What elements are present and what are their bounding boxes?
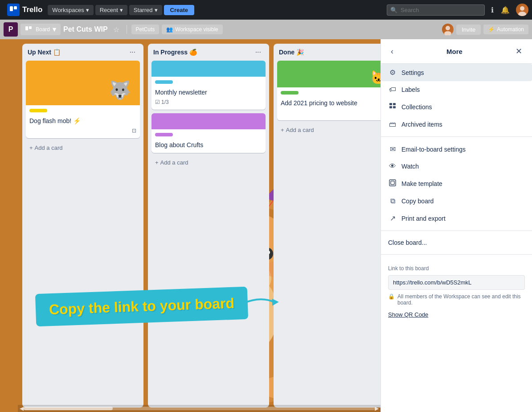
trello-logo[interactable]: Trello bbox=[4, 4, 46, 16]
scroll-left-btn[interactable]: ◀ bbox=[20, 405, 24, 412]
show-qr-btn[interactable]: Show QR Code bbox=[388, 311, 428, 318]
watch-menu-item[interactable]: 👁 Watch bbox=[381, 158, 532, 175]
scroll-right-btn[interactable]: ▶ bbox=[375, 405, 379, 412]
member-avatar[interactable] bbox=[442, 24, 454, 35]
recent-btn[interactable]: Recent ▾ bbox=[95, 5, 127, 15]
petcuts-chip[interactable]: PetCuts bbox=[131, 25, 160, 34]
close-board-btn[interactable]: Close board... bbox=[381, 235, 532, 251]
checklist-icon: ☑ bbox=[155, 99, 160, 105]
print-export-icon: ↗ bbox=[388, 214, 397, 222]
card-cover-orange: 🐺 bbox=[26, 61, 140, 105]
board-area: ≫ Up Next 📋 ··· 🐺 Dog flash mob! ⚡ bbox=[0, 39, 381, 412]
settings-menu-item[interactable]: ⚙ Settings bbox=[381, 64, 532, 81]
more-panel-header: ‹ More ✕ bbox=[381, 39, 532, 64]
card-footer-pricing: ⊡ bbox=[281, 108, 381, 117]
list-menu-btn-in-progress[interactable]: ··· bbox=[253, 47, 264, 57]
notifications-btn[interactable]: 🔔 bbox=[498, 4, 512, 16]
collections-menu-item[interactable]: Collections bbox=[381, 98, 532, 116]
info-btn[interactable]: ℹ bbox=[488, 4, 496, 16]
chevron-down-icon: ▾ bbox=[86, 7, 89, 13]
print-export-menu-item[interactable]: ↗ Print and export bbox=[381, 210, 532, 227]
settings-icon: ⚙ bbox=[388, 68, 397, 77]
list-header-done: Done 🎉 ··· bbox=[277, 47, 381, 57]
list-title-up-next: Up Next 📋 bbox=[28, 49, 61, 56]
chevron-down-icon: ▾ bbox=[155, 7, 158, 13]
svg-point-2 bbox=[520, 6, 524, 11]
back-icon: ‹ bbox=[391, 47, 393, 56]
board-link-input[interactable] bbox=[388, 275, 525, 290]
trello-wordmark: Trello bbox=[22, 5, 42, 14]
lock-icon: 🔒 bbox=[388, 293, 395, 300]
automation-btn[interactable]: ⚡ Automation bbox=[483, 25, 528, 34]
card-footer-newsletter: ☑ 1/3 bbox=[155, 97, 262, 106]
visibility-chip[interactable]: 👥 Workspace visible bbox=[162, 25, 222, 34]
watch-icon: 👁 bbox=[388, 162, 397, 170]
list-up-next: Up Next 📋 ··· 🐺 Dog flash mob! ⚡ ⊡ bbox=[22, 44, 143, 408]
more-close-btn[interactable]: ✕ bbox=[513, 45, 525, 58]
board-scrollbar: ◀ ▶ bbox=[18, 405, 381, 412]
info-icon: ℹ bbox=[491, 6, 494, 14]
star-icon: ☆ bbox=[113, 26, 119, 33]
list-menu-btn-up-next[interactable]: ··· bbox=[127, 47, 138, 57]
svg-rect-4 bbox=[25, 26, 28, 30]
cat-emoji: 🐱 bbox=[370, 70, 381, 85]
lists-container: Up Next 📋 ··· 🐺 Dog flash mob! ⚡ ⊡ bbox=[18, 39, 381, 412]
checklist-badge: ☑ 1/3 bbox=[155, 99, 169, 105]
card-dog-flash-mob[interactable]: 🐺 Dog flash mob! ⚡ ⊡ bbox=[26, 61, 140, 138]
plus-icon: + bbox=[29, 144, 33, 151]
board-title-btn[interactable]: Board ▾ bbox=[20, 24, 61, 35]
bell-icon: 🔔 bbox=[501, 6, 510, 14]
more-menu-list-2: ✉ Email-to-board settings 👁 Watch Make t… bbox=[381, 140, 532, 227]
list-title-in-progress: In Progress 🍊 bbox=[153, 49, 197, 56]
make-template-menu-item[interactable]: Make template bbox=[381, 175, 532, 193]
card-title-pricing: Add 2021 pricing to website bbox=[281, 99, 381, 108]
archived-menu-item[interactable]: 🗃 Archived items bbox=[381, 116, 532, 133]
search-input[interactable] bbox=[387, 4, 485, 16]
copy-board-menu-item[interactable]: ⧉ Copy board bbox=[381, 193, 532, 210]
card-body: Dog flash mob! ⚡ ⊡ bbox=[26, 105, 140, 138]
workspaces-btn[interactable]: Workspaces ▾ bbox=[48, 5, 93, 15]
add-card-btn-done[interactable]: + Add a card bbox=[277, 124, 381, 136]
more-back-btn[interactable]: ‹ bbox=[388, 45, 396, 58]
separator-3 bbox=[381, 254, 532, 255]
card-title-crufts: Blog about Crufts bbox=[155, 141, 262, 150]
more-panel: ‹ More ✕ ⚙ Settings 🏷 Labels Collections bbox=[381, 39, 532, 412]
promo-text: Copy the link to your board bbox=[49, 295, 234, 318]
svg-rect-32 bbox=[389, 180, 396, 186]
svg-point-7 bbox=[444, 31, 451, 35]
list-done: Done 🎉 ··· 🐱 Add 2021 pricing to website… bbox=[274, 44, 381, 408]
svg-rect-5 bbox=[29, 26, 32, 29]
svg-rect-0 bbox=[10, 6, 13, 11]
list-title-done: Done 🎉 bbox=[279, 49, 304, 56]
user-avatar[interactable] bbox=[516, 4, 528, 16]
chevron-down-icon: ▾ bbox=[53, 25, 56, 33]
scroll-track bbox=[24, 407, 375, 410]
email-settings-menu-item[interactable]: ✉ Email-to-board settings bbox=[381, 140, 532, 158]
collections-icon bbox=[388, 103, 397, 111]
starred-btn[interactable]: Starred ▾ bbox=[129, 5, 162, 15]
labels-menu-item[interactable]: 🏷 Labels bbox=[381, 81, 532, 98]
card-body-crufts: Blog about Crufts bbox=[151, 129, 266, 153]
card-monthly-newsletter[interactable]: Monthly newsletter ☑ 1/3 bbox=[151, 61, 266, 110]
add-card-btn-in-progress[interactable]: + Add a card bbox=[151, 157, 266, 169]
search-wrap: 🔍 bbox=[387, 4, 485, 16]
more-menu-list: ⚙ Settings 🏷 Labels Collections 🗃 Archiv… bbox=[381, 64, 532, 133]
card-label-yellow bbox=[29, 109, 47, 112]
star-board-btn[interactable]: ☆ bbox=[110, 24, 122, 36]
svg-rect-28 bbox=[389, 103, 392, 105]
add-card-btn-up-next[interactable]: + Add a card bbox=[26, 142, 140, 154]
svg-rect-29 bbox=[393, 103, 396, 105]
card-footer: ⊡ bbox=[29, 126, 136, 135]
card-pricing[interactable]: 🐱 Add 2021 pricing to website ⊡ bbox=[277, 61, 381, 120]
create-btn[interactable]: Create bbox=[164, 5, 194, 15]
svg-rect-30 bbox=[389, 106, 392, 108]
link-section: Link to this board 🔒 All members of the … bbox=[381, 258, 532, 325]
invite-btn[interactable]: Invite bbox=[456, 25, 481, 35]
plus-icon: + bbox=[281, 127, 284, 133]
list-menu-btn-done[interactable]: ··· bbox=[378, 47, 381, 57]
card-blog-crufts[interactable]: Blog about Crufts bbox=[151, 113, 266, 153]
svg-marker-27 bbox=[272, 298, 279, 306]
copy-icon: ⧉ bbox=[388, 197, 397, 205]
separator bbox=[127, 25, 127, 34]
svg-point-3 bbox=[518, 12, 526, 16]
